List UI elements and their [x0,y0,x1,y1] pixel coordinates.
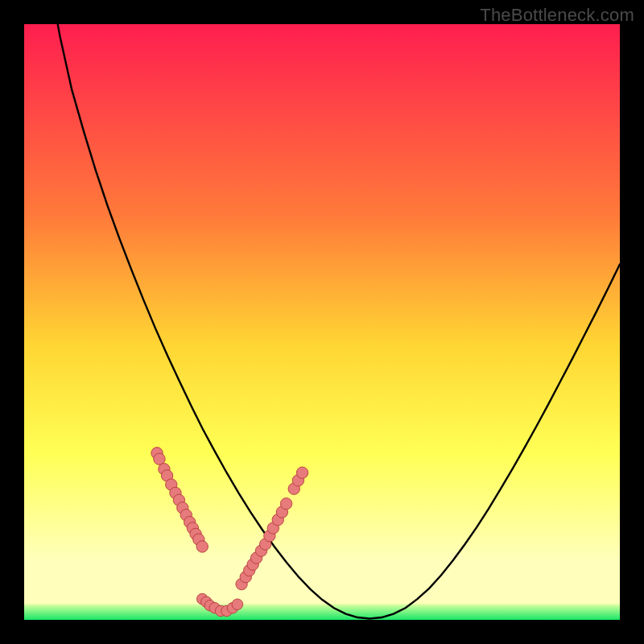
watermark-text: TheBottleneck.com [480,5,634,26]
plot-area [24,24,620,620]
data-marker [280,498,291,510]
data-marker [196,541,208,552]
data-markers [151,448,308,617]
curve-layer [24,24,620,620]
data-marker [232,599,243,610]
data-marker [296,467,308,478]
bottleneck-curve [24,24,620,619]
chart-frame: TheBottleneck.com [0,0,644,644]
